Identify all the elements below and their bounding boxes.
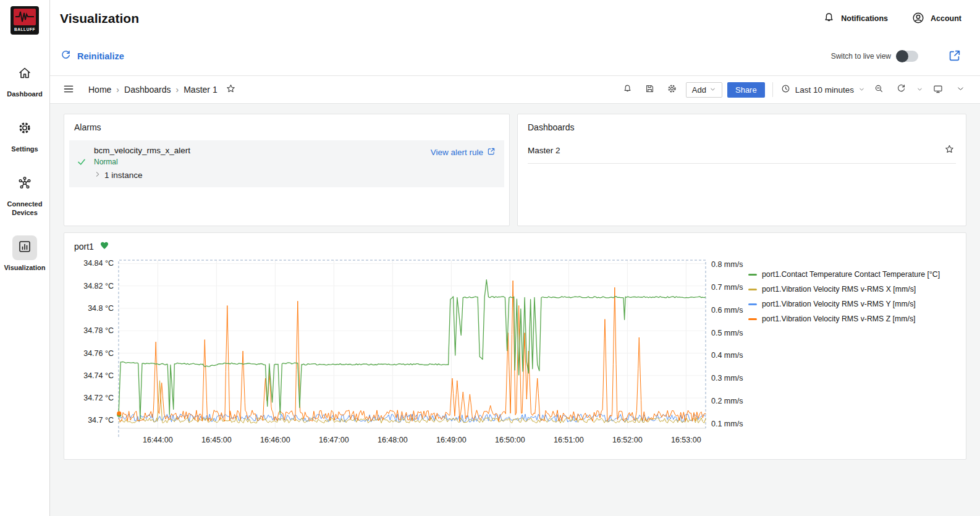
- add-label: Add: [692, 85, 706, 95]
- external-link-icon: [487, 147, 496, 158]
- svg-text:16:47:00: 16:47:00: [319, 436, 349, 444]
- time-range-label: Last 10 minutes: [795, 85, 854, 95]
- sidebar: BALLUFF Dashboard Settings: [0, 0, 50, 516]
- alarms-panel-title: Alarms: [64, 114, 509, 132]
- check-icon: [77, 157, 87, 169]
- open-external-button[interactable]: [948, 49, 961, 64]
- hamburger-icon: [62, 83, 75, 97]
- menu-button[interactable]: [60, 81, 77, 98]
- svg-text:0.3 mm/s: 0.3 mm/s: [711, 374, 743, 383]
- breadcrumb-current[interactable]: Master 1: [184, 85, 217, 95]
- share-button[interactable]: Share: [727, 82, 765, 98]
- divider: [772, 82, 773, 97]
- legend-label: port1.Contact Temperature Contact Temper…: [762, 270, 940, 279]
- bell-icon: [622, 83, 633, 96]
- svg-text:0.8 mm/s: 0.8 mm/s: [711, 260, 743, 269]
- alert-instances-expander[interactable]: 1 instance: [94, 171, 190, 180]
- svg-text:16:46:00: 16:46:00: [260, 436, 290, 444]
- sidebar-item-connected-devices[interactable]: Connected Devices: [1, 172, 49, 216]
- logo-text: BALLUFF: [14, 27, 35, 32]
- dashboard-name: Master 2: [528, 146, 560, 155]
- legend-item[interactable]: port1.Vibration Velocity RMS v-RMS Y [mm…: [748, 300, 952, 308]
- live-view-label: Switch to live view: [831, 52, 891, 61]
- app-header: Visualization Notifications Account: [50, 0, 980, 37]
- view-alert-rule-link[interactable]: View alert rule: [431, 147, 496, 158]
- svg-text:16:53:00: 16:53:00: [671, 436, 701, 444]
- svg-text:34.72 °C: 34.72 °C: [83, 394, 114, 402]
- dashboard-list-item[interactable]: Master 2: [528, 140, 956, 164]
- view-alert-rule-label: View alert rule: [431, 148, 483, 157]
- live-view-toggle[interactable]: [896, 51, 918, 62]
- health-heart-icon: [99, 240, 109, 253]
- clock-icon: [780, 83, 791, 96]
- legend-item[interactable]: port1.Contact Temperature Contact Temper…: [748, 270, 952, 279]
- svg-text:34.84 °C: 34.84 °C: [83, 259, 114, 268]
- timeseries-chart[interactable]: 16:44:0016:45:0016:46:0016:47:0016:48:00…: [74, 254, 748, 450]
- refresh-interval-button[interactable]: [915, 81, 924, 98]
- chevron-down-icon: [709, 85, 716, 95]
- dashboard-settings-button[interactable]: [664, 81, 681, 98]
- monitor-icon: [932, 83, 944, 96]
- notifications-button[interactable]: Notifications: [822, 11, 888, 26]
- alert-rules-button[interactable]: [619, 81, 636, 98]
- legend-label: port1.Vibration Velocity RMS v-RMS X [mm…: [762, 285, 916, 294]
- alert-instances-label: 1 instance: [104, 171, 143, 180]
- sidebar-item-settings[interactable]: Settings: [1, 117, 49, 153]
- legend-swatch: [748, 303, 757, 305]
- legend-swatch: [748, 289, 757, 290]
- alert-name: bcm_velocity_rms_x_alert: [94, 146, 190, 155]
- chart-icon: [17, 239, 32, 256]
- svg-text:16:48:00: 16:48:00: [378, 436, 408, 444]
- dashboards-panel: Dashboards Master 2: [517, 114, 966, 226]
- svg-text:34.74 °C: 34.74 °C: [83, 371, 114, 380]
- star-icon[interactable]: [944, 144, 955, 156]
- breadcrumb-dashboards[interactable]: Dashboards: [124, 85, 171, 95]
- chevron-right-icon: ›: [176, 85, 179, 95]
- dashboard-content: Alarms bcm_velocity_rms_x_alert Normal 1…: [50, 104, 980, 516]
- sidebar-item-visualization[interactable]: Visualization: [1, 235, 49, 272]
- account-label: Account: [931, 14, 961, 23]
- add-panel-button[interactable]: Add: [686, 82, 722, 98]
- sidebar-item-label: Dashboard: [7, 90, 42, 98]
- svg-text:34.76 °C: 34.76 °C: [83, 349, 114, 358]
- legend-item[interactable]: port1.Vibration Velocity RMS v-RMS X [mm…: [748, 285, 952, 294]
- time-range-picker[interactable]: Last 10 minutes: [780, 83, 865, 96]
- svg-text:0.6 mm/s: 0.6 mm/s: [711, 306, 743, 315]
- sidebar-item-label: Settings: [11, 145, 38, 153]
- toggle-knob: [896, 50, 908, 62]
- legend-swatch: [748, 318, 757, 320]
- gear-icon: [17, 121, 32, 138]
- chevron-down-icon: [858, 85, 865, 95]
- sidebar-item-label: Visualization: [4, 264, 45, 272]
- alarm-row: bcm_velocity_rms_x_alert Normal 1 instan…: [69, 140, 504, 187]
- svg-text:34.82 °C: 34.82 °C: [83, 282, 114, 290]
- gear-icon: [667, 83, 677, 96]
- network-icon: [17, 176, 32, 193]
- favorite-dashboard-button[interactable]: [222, 81, 240, 98]
- save-dashboard-button[interactable]: [641, 81, 659, 98]
- legend-item[interactable]: port1.Vibration Velocity RMS v-RMS Z [mm…: [748, 315, 952, 323]
- tv-mode-button[interactable]: [929, 81, 947, 98]
- svg-text:16:52:00: 16:52:00: [612, 436, 643, 444]
- dashboard-toolbar: Home › Dashboards › Master 1: [50, 75, 980, 104]
- page-title: Visualization: [60, 11, 139, 26]
- zoom-out-button[interactable]: [870, 81, 887, 98]
- alarms-panel: Alarms bcm_velocity_rms_x_alert Normal 1…: [64, 114, 510, 226]
- legend-label: port1.Vibration Velocity RMS v-RMS Z [mm…: [762, 315, 916, 323]
- svg-text:0.5 mm/s: 0.5 mm/s: [711, 329, 743, 337]
- legend-label: port1.Vibration Velocity RMS v-RMS Y [mm…: [762, 300, 916, 308]
- sidebar-item-label: Connected Devices: [1, 200, 49, 216]
- chevron-down-icon: [916, 85, 923, 95]
- sidebar-item-dashboard[interactable]: Dashboard: [1, 62, 49, 98]
- reinitialize-button[interactable]: Reinitialize: [60, 49, 124, 63]
- home-icon: [17, 66, 32, 83]
- breadcrumb: Home › Dashboards › Master 1: [88, 81, 240, 98]
- breadcrumb-home[interactable]: Home: [88, 85, 111, 95]
- svg-text:34.8 °C: 34.8 °C: [88, 304, 114, 313]
- chevron-right-icon: ›: [116, 85, 119, 95]
- chevron-right-icon: [94, 171, 101, 180]
- account-button[interactable]: Account: [911, 11, 961, 27]
- subheader: Reinitialize Switch to live view: [50, 37, 980, 75]
- collapse-toolbar-button[interactable]: [952, 81, 969, 98]
- refresh-dashboard-button[interactable]: [892, 81, 910, 98]
